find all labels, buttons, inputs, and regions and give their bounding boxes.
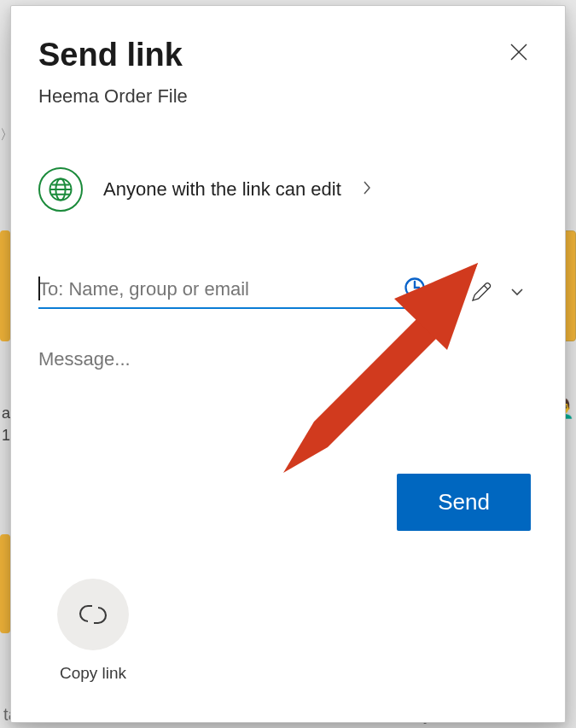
copy-link-button[interactable]: Copy link [57, 579, 129, 683]
message-input[interactable] [38, 348, 532, 425]
edit-permission-button[interactable] [467, 277, 496, 306]
dialog-subtitle: Heema Order File [38, 85, 532, 108]
outlook-lock-icon [404, 277, 428, 300]
recipients-input[interactable] [38, 275, 433, 309]
background-folder-tile [0, 534, 10, 633]
chevron-right-icon [362, 180, 372, 199]
background-number: 1 [2, 427, 10, 445]
close-icon [509, 42, 529, 62]
dialog-title: Send link [38, 37, 532, 73]
close-button[interactable] [503, 37, 534, 67]
svg-line-8 [484, 286, 487, 289]
permission-dropdown-button[interactable] [506, 281, 528, 303]
send-link-dialog: Send link Heema Order File Anyone with t… [10, 5, 566, 723]
copy-link-label: Copy link [57, 664, 129, 683]
chevron-down-icon [509, 283, 526, 300]
background-label: a [2, 405, 10, 422]
background-folder-tile [0, 230, 10, 341]
link-scope-text: Anyone with the link can edit [103, 178, 341, 201]
link-scope-button[interactable]: Anyone with the link can edit [38, 167, 532, 212]
pencil-icon [468, 279, 494, 305]
text-cursor [38, 277, 40, 300]
copy-link-icon [57, 579, 129, 650]
globe-icon [38, 167, 83, 212]
send-button[interactable]: Send [397, 474, 531, 531]
svg-rect-7 [418, 294, 426, 300]
